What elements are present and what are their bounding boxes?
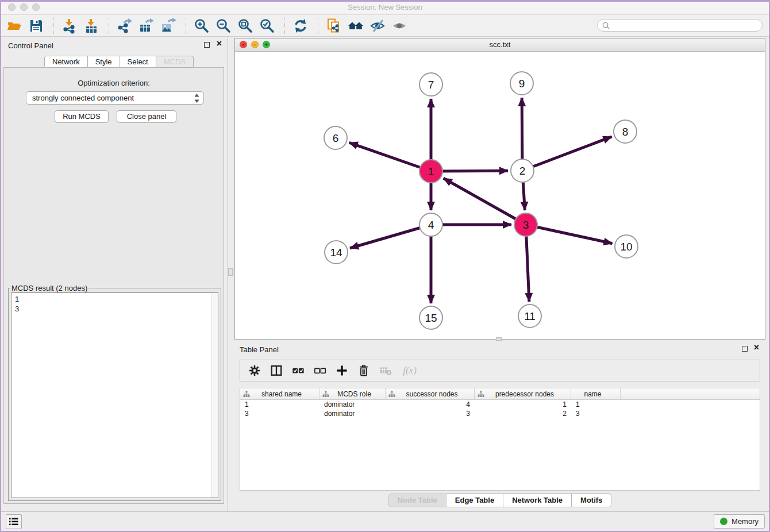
table-cell: 3: [386, 409, 475, 418]
graph-node[interactable]: 2: [511, 159, 534, 182]
graph-edge[interactable]: [350, 225, 431, 248]
graph-node[interactable]: 1: [419, 160, 442, 183]
export-network-icon[interactable]: [115, 17, 134, 35]
network-maximize-icon[interactable]: +: [263, 41, 270, 48]
graph-node[interactable]: 7: [419, 73, 442, 96]
zoom-fit-icon[interactable]: [236, 17, 255, 35]
tab-network-table[interactable]: Network Table: [503, 494, 572, 507]
save-session-icon[interactable]: [26, 17, 46, 35]
table-panel-title: Table Panel: [240, 345, 279, 354]
vertical-splitter-handle[interactable]: [496, 337, 502, 341]
network-close-icon[interactable]: ×: [240, 41, 247, 48]
first-neighbors-icon[interactable]: [346, 17, 365, 35]
graph-node[interactable]: 4: [419, 213, 442, 236]
table-toolbar: f(x): [240, 360, 760, 381]
graph-node-label: 14: [330, 246, 342, 259]
result-scrollbar[interactable]: [211, 293, 218, 498]
task-history-icon[interactable]: [6, 514, 22, 529]
graph-edge[interactable]: [526, 225, 613, 244]
column-header[interactable]: successor nodes: [386, 388, 475, 399]
mcds-result-group: MCDS result (2 nodes) 1 3: [8, 284, 221, 501]
network-window-title: scc.txt: [235, 38, 765, 51]
tab-node-table[interactable]: Node Table: [388, 494, 446, 507]
table-settings-gear-icon[interactable]: [247, 363, 262, 378]
horizontal-splitter-handle[interactable]: [228, 268, 233, 276]
add-column-icon[interactable]: [334, 363, 349, 378]
column-header-label: MCDS role: [329, 390, 385, 398]
search-input[interactable]: [613, 21, 762, 30]
column-header[interactable]: MCDS role: [319, 388, 386, 399]
delete-column-trash-icon[interactable]: [356, 363, 371, 378]
control-panel-title: Control Panel: [8, 41, 53, 50]
graph-node[interactable]: 3: [514, 213, 537, 236]
close-table-panel-icon[interactable]: ×: [754, 342, 759, 353]
mcds-result-box[interactable]: 1 3: [11, 292, 218, 498]
network-graph: 7968124314101511: [235, 51, 765, 339]
import-network-icon[interactable]: [60, 17, 79, 35]
show-all-icon[interactable]: [390, 17, 409, 35]
node-table[interactable]: shared name MCDS role successor nodes pr…: [240, 388, 760, 491]
column-header-label: name: [571, 390, 620, 398]
tab-select[interactable]: Select: [120, 56, 156, 68]
graph-edge[interactable]: [349, 142, 431, 171]
open-session-icon[interactable]: [5, 17, 24, 35]
tab-style[interactable]: Style: [88, 56, 120, 68]
select-all-icon[interactable]: [291, 363, 306, 378]
graph-node[interactable]: 10: [615, 235, 638, 258]
column-header-label: successor nodes: [395, 390, 474, 398]
clone-network-icon[interactable]: [324, 17, 344, 35]
graph-edge[interactable]: [522, 137, 612, 171]
zoom-in-icon[interactable]: [192, 17, 211, 35]
delete-table-icon[interactable]: [378, 363, 393, 378]
column-header[interactable]: shared name: [240, 388, 319, 399]
graph-node-label: 2: [519, 165, 526, 177]
graph-node[interactable]: 6: [324, 126, 347, 149]
run-mcds-button[interactable]: Run MCDS: [55, 110, 109, 123]
graph-node-label: 11: [524, 310, 536, 322]
zoom-selected-icon[interactable]: [257, 17, 277, 35]
graph-node[interactable]: 8: [614, 120, 637, 143]
tab-edge-table[interactable]: Edge Table: [446, 494, 503, 507]
table-panel: Table Panel × f(x) shared name MCDS role…: [234, 342, 765, 511]
column-header[interactable]: predecessor nodes: [475, 388, 571, 399]
graph-node[interactable]: 9: [510, 72, 533, 95]
tab-mcds[interactable]: MCDS: [156, 56, 194, 68]
function-builder-icon[interactable]: f(x): [400, 363, 419, 378]
network-minimize-icon[interactable]: −: [251, 41, 259, 48]
graph-node-label: 10: [620, 241, 632, 253]
zoom-out-icon[interactable]: [214, 17, 233, 35]
table-row[interactable]: 1dominator411: [240, 400, 760, 409]
apply-layout-icon[interactable]: [291, 17, 310, 35]
optimization-criterion-select[interactable]: strongly connected component: [26, 91, 204, 105]
graph-node[interactable]: 11: [518, 304, 541, 327]
network-canvas[interactable]: 7968124314101511: [235, 51, 765, 339]
graph-node-label: 3: [523, 219, 529, 231]
import-table-icon[interactable]: [82, 17, 101, 35]
mcds-result-title: MCDS result (2 nodes): [10, 284, 88, 292]
column-type-icon: [388, 391, 395, 398]
memory-button[interactable]: Memory: [714, 514, 765, 529]
graph-node-label: 9: [519, 78, 525, 90]
table-row[interactable]: 3dominator323: [240, 409, 760, 418]
graph-node[interactable]: 14: [325, 241, 348, 264]
dropdown-stepper-icon: [194, 94, 199, 105]
search-box[interactable]: [597, 19, 763, 32]
column-header[interactable]: name: [571, 388, 621, 399]
graph-node[interactable]: 15: [419, 306, 442, 329]
float-panel-icon[interactable]: [204, 42, 210, 48]
graph-edge[interactable]: [444, 178, 526, 225]
hide-selected-icon[interactable]: [368, 17, 387, 35]
unselect-all-icon[interactable]: [313, 363, 328, 378]
network-window-titlebar[interactable]: × − + scc.txt: [235, 38, 765, 52]
show-column-panel-icon[interactable]: [269, 363, 284, 378]
app-title: Session: New Session: [0, 3, 770, 11]
float-table-panel-icon[interactable]: [742, 346, 748, 352]
graph-node-label: 15: [425, 312, 437, 324]
tab-motifs[interactable]: Motifs: [572, 494, 611, 507]
tab-network[interactable]: Network: [44, 56, 88, 68]
export-table-icon[interactable]: [137, 17, 156, 35]
export-image-icon[interactable]: [159, 17, 178, 35]
close-panel-icon[interactable]: ×: [217, 38, 222, 49]
close-panel-button[interactable]: Close panel: [117, 110, 176, 123]
graph-node-label: 4: [428, 219, 434, 231]
